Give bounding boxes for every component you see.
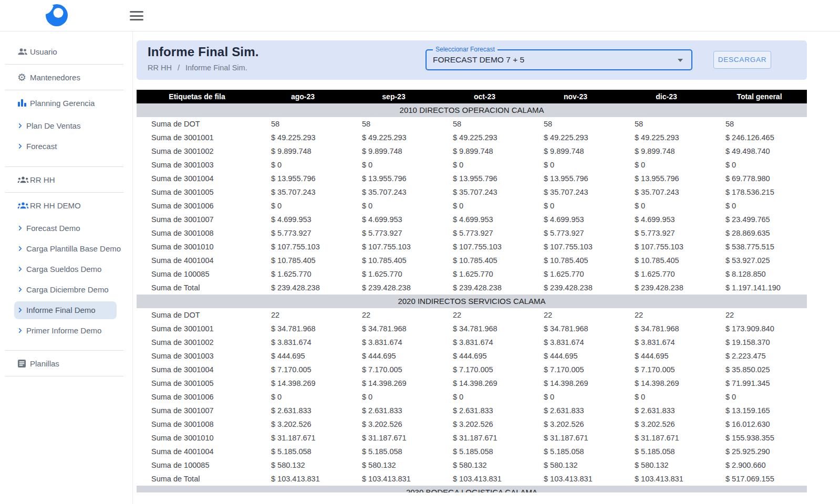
cell-value: $ 5.185.058	[621, 445, 712, 458]
cell-value: $ 31.187.671	[439, 431, 530, 445]
app-logo[interactable]	[45, 3, 69, 27]
row-label: Suma de 3001010	[137, 431, 257, 445]
cell-value: $ 0	[530, 390, 621, 404]
column-header: nov-23	[530, 90, 621, 103]
column-header: Etiquetas de fila	[137, 90, 257, 103]
sidebar-item-mantenedores[interactable]: ⚙ Mantenedores	[0, 65, 132, 90]
cell-value: $ 5.185.058	[530, 445, 621, 458]
cell-value: $ 107.755.103	[439, 240, 530, 254]
cell-value: $ 2.631.833	[257, 404, 348, 417]
page-title: Informe Final Sim.	[148, 45, 259, 59]
chevron-right-icon	[17, 328, 26, 333]
table-row: Suma de 3001002$ 9.899.748$ 9.899.748$ 9…	[137, 144, 807, 158]
cell-value: $ 239.428.238	[530, 281, 621, 295]
sidebar-item-carga-plantilla-base-demo[interactable]: Carga Plantilla Base Demo	[0, 238, 132, 259]
cell-value: $ 3.202.526	[348, 417, 439, 431]
sidebar-item-forecast-demo[interactable]: Forecast Demo	[0, 218, 132, 238]
table-row: Suma de 3001004$ 13.955.796$ 13.955.796$…	[137, 172, 807, 185]
sidebar-item-rr-hh[interactable]: RR HH	[0, 167, 132, 192]
menu-icon[interactable]	[130, 11, 143, 20]
sidebar-item-planning-gerencia[interactable]: Planning Gerencia	[0, 90, 132, 116]
sidebar-item-label: Forecast Demo	[26, 224, 80, 233]
cell-value: $ 7.170.005	[257, 363, 348, 376]
sidebar-item-rr-hh-demo[interactable]: RR HH DEMO	[0, 193, 132, 218]
cell-value: $ 9.899.748	[439, 144, 530, 158]
table-row: Suma de 4001004$ 10.785.405$ 10.785.405$…	[137, 254, 807, 267]
cell-value: $ 49.225.293	[530, 131, 621, 144]
cell-value: $ 538.775.515	[712, 240, 807, 254]
table-row: Suma de 4001004$ 5.185.058$ 5.185.058$ 5…	[137, 445, 807, 458]
cell-value: $ 155.938.355	[712, 431, 807, 445]
report-table: Etiquetas de filaago-23sep-23oct-23nov-2…	[137, 90, 807, 492]
cell-value: $ 444.695	[257, 349, 348, 363]
cell-value: $ 1.197.141.190	[712, 281, 807, 295]
cell-value: $ 2.223.475	[712, 349, 807, 363]
cell-value: $ 5.773.927	[530, 226, 621, 240]
cell-value: 22	[348, 308, 439, 322]
section-banner: 2030 BODEGA LOGISTICA CALAMA	[137, 486, 807, 492]
cell-value: $ 1.625.770	[621, 267, 712, 281]
row-label: Suma de 3001002	[137, 335, 257, 349]
sidebar-item-carga-diciembre-demo[interactable]: Carga Diciembre Demo	[0, 279, 132, 300]
cell-value: $ 3.202.526	[621, 417, 712, 431]
table-row: Suma de 3001004$ 7.170.005$ 7.170.005$ 7…	[137, 363, 807, 376]
cell-value: $ 1.625.770	[257, 267, 348, 281]
row-label: Suma de 3001006	[137, 199, 257, 213]
cell-value: $ 13.955.796	[439, 172, 530, 185]
cell-value: $ 34.781.968	[257, 322, 348, 335]
cell-value: $ 31.187.671	[257, 431, 348, 445]
cell-value: $ 0	[621, 199, 712, 213]
cell-value: $ 444.695	[348, 349, 439, 363]
chevron-right-icon	[17, 225, 26, 231]
table-row: Suma de 3001003$ 0$ 0$ 0$ 0$ 0$ 0	[137, 158, 807, 172]
cell-value: $ 8.128.850	[712, 267, 807, 281]
cell-value: $ 5.185.058	[439, 445, 530, 458]
sidebar-item-informe-final-demo[interactable]: Informe Final Demo	[14, 301, 117, 319]
cell-value: $ 49.225.293	[621, 131, 712, 144]
cell-value: $ 9.899.748	[257, 144, 348, 158]
cell-value: $ 7.170.005	[348, 363, 439, 376]
cell-value: $ 5.185.058	[348, 445, 439, 458]
table-row: Suma de 3001007$ 2.631.833$ 2.631.833$ 2…	[137, 404, 807, 417]
sidebar-item-usuario[interactable]: Usuario	[0, 39, 132, 64]
cell-value: $ 23.499.765	[712, 213, 807, 226]
cell-value: $ 49.225.293	[257, 131, 348, 144]
cell-value: $ 178.536.215	[712, 185, 807, 199]
table-row: Suma de 3001010$ 31.187.671$ 31.187.671$…	[137, 431, 807, 445]
cell-value: $ 103.413.831	[439, 472, 530, 486]
cell-value: $ 3.831.674	[530, 335, 621, 349]
cell-value: $ 14.398.269	[530, 376, 621, 390]
table-row: Suma de 3001005$ 14.398.269$ 14.398.269$…	[137, 376, 807, 390]
row-label: Suma de 3001004	[137, 363, 257, 376]
download-button[interactable]: DESCARGAR	[713, 51, 771, 69]
table-row: Suma de 3001005$ 35.707.243$ 35.707.243$…	[137, 185, 807, 199]
table-row: Suma de 3001003$ 444.695$ 444.695$ 444.6…	[137, 349, 807, 363]
cell-value: $ 444.695	[530, 349, 621, 363]
sidebar-item-plan-de-ventas[interactable]: Plan De Ventas	[0, 116, 132, 136]
table-row: Suma de 3001006$ 0$ 0$ 0$ 0$ 0$ 0	[137, 199, 807, 213]
sidebar-item-label: Informe Final Demo	[26, 306, 96, 314]
sidebar-item-forecast[interactable]: Forecast	[0, 136, 132, 156]
cell-value: $ 14.398.269	[257, 376, 348, 390]
table-row: Suma de 3001001$ 49.225.293$ 49.225.293$…	[137, 131, 807, 144]
team-icon	[17, 176, 30, 184]
sidebar-item-primer-informe-demo[interactable]: Primer Informe Demo	[0, 320, 132, 341]
cell-value: $ 517.069.155	[712, 472, 807, 486]
cell-value: $ 14.398.269	[439, 376, 530, 390]
cell-value: $ 13.955.796	[257, 172, 348, 185]
cell-value: $ 0	[257, 390, 348, 404]
table-row: Suma de 3001007$ 4.699.953$ 4.699.953$ 4…	[137, 213, 807, 226]
table-row: Suma de 3001008$ 3.202.526$ 3.202.526$ 3…	[137, 417, 807, 431]
sidebar-item-carga-sueldos-demo[interactable]: Carga Sueldos Demo	[0, 259, 132, 279]
breadcrumb-parent[interactable]: RR HH	[148, 64, 172, 72]
cell-value: $ 103.413.831	[348, 472, 439, 486]
forecast-select[interactable]: Seleccionar Forecast FORECAST DEMO 7 + 5	[426, 49, 692, 70]
page-header-panel: Informe Final Sim. RR HH / Informe Final…	[137, 40, 807, 80]
dropdown-arrow-icon	[678, 59, 683, 62]
cell-value: $ 10.785.405	[439, 254, 530, 267]
cell-value: 22	[712, 308, 807, 322]
breadcrumb-separator: /	[178, 64, 180, 72]
cell-value: $ 107.755.103	[621, 240, 712, 254]
cell-value: $ 0	[439, 158, 530, 172]
sidebar-item-planillas[interactable]: Planillas	[0, 351, 132, 376]
